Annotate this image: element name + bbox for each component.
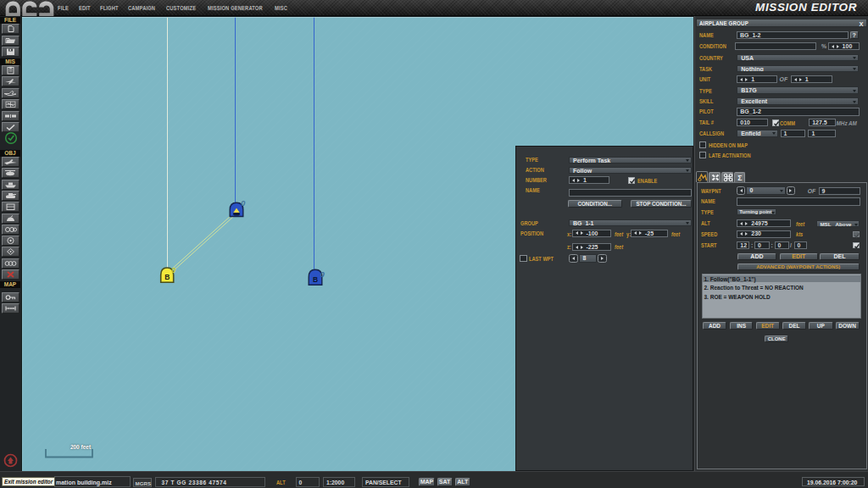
svg-text:B: B bbox=[313, 274, 318, 283]
svg-text:200 feet: 200 feet bbox=[70, 444, 92, 450]
svg-text:B: B bbox=[164, 273, 170, 281]
svg-text:0: 0 bbox=[171, 264, 176, 274]
svg-text:0: 0 bbox=[241, 198, 246, 208]
svg-text:0: 0 bbox=[320, 269, 326, 278]
